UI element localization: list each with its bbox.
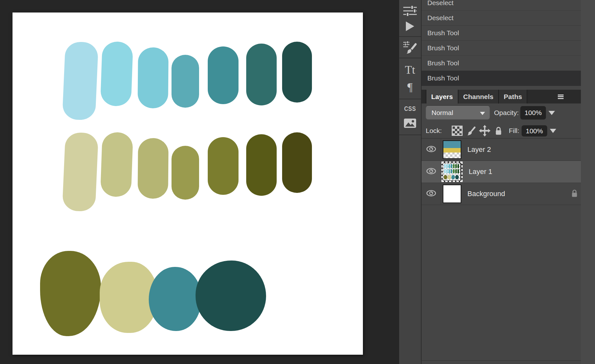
opacity-value[interactable]: 100%: [520, 106, 546, 120]
paragraph-icon[interactable]: ¶: [407, 81, 413, 93]
history-item[interactable]: Brush Tool: [422, 71, 581, 86]
brush-stroke: [282, 132, 312, 193]
brush-blob: [40, 251, 101, 336]
tab-paths[interactable]: Paths: [499, 90, 527, 103]
layer-thumbnail[interactable]: [443, 140, 461, 159]
divider: [422, 360, 581, 361]
opacity-label: Opacity:: [494, 109, 519, 117]
tool-strip-group: [399, 37, 421, 58]
selection-ants-border: [441, 161, 463, 182]
tool-strip-group: CSS: [399, 99, 421, 135]
history-item[interactable]: Deselect: [422, 0, 581, 11]
eye-icon: [426, 190, 436, 198]
panel-tab-bar: LayersChannelsPaths: [422, 90, 581, 103]
brush-stroke: [172, 146, 199, 200]
chevron-down-icon: [480, 112, 485, 115]
brush-stroke: [62, 132, 99, 212]
brush-stroke: [100, 132, 133, 197]
type-tool-icon[interactable]: Tt: [405, 64, 415, 76]
fill-label: Fill:: [509, 127, 519, 135]
brush-stroke: [138, 138, 169, 199]
brush-blob: [196, 261, 266, 331]
brush-stroke: [100, 41, 133, 106]
tool-strip-group: Tt¶: [399, 58, 421, 99]
brush-blob: [149, 267, 201, 331]
artboard-canvas[interactable]: [13, 12, 363, 355]
tool-strip-group: [399, 0, 421, 37]
brush-stroke: [208, 137, 239, 195]
fill-value[interactable]: 100%: [522, 125, 547, 136]
layer-name: Background: [467, 190, 505, 198]
brush-stroke: [138, 47, 169, 109]
lock-all-icon[interactable]: [495, 126, 502, 135]
blend-mode-value: Normal: [432, 109, 453, 116]
lock-row: Lock: Fill: 100%: [426, 125, 556, 136]
layer-visibility-toggle[interactable]: [422, 183, 441, 205]
eye-icon: [426, 168, 436, 176]
brush-settings-icon[interactable]: [403, 40, 417, 54]
history-item[interactable]: Deselect: [422, 11, 581, 26]
lock-transparency-icon[interactable]: [452, 126, 463, 136]
right-panel: DeselectDeselectBrush ToolBrush ToolBrus…: [422, 0, 595, 364]
brush-stroke: [246, 44, 277, 105]
tab-channels[interactable]: Channels: [458, 90, 499, 103]
lock-label: Lock:: [426, 127, 442, 135]
tab-layers[interactable]: Layers: [426, 90, 458, 103]
history-item[interactable]: Brush Tool: [422, 56, 581, 71]
layer-visibility-toggle[interactable]: [422, 139, 441, 161]
layer-row[interactable]: Background: [422, 183, 581, 205]
panel-content: DeselectDeselectBrush ToolBrush ToolBrus…: [422, 0, 581, 364]
history-item[interactable]: Brush Tool: [422, 26, 581, 41]
layer-row[interactable]: Layer 1: [422, 161, 581, 183]
fill-dropdown-icon[interactable]: [550, 129, 556, 133]
play-icon[interactable]: [406, 21, 414, 31]
lock-pixels-icon[interactable]: [466, 126, 476, 136]
image-icon[interactable]: [404, 118, 416, 128]
opacity-dropdown-icon[interactable]: [549, 111, 555, 115]
brush-stroke: [246, 134, 277, 196]
layer-name: Layer 2: [467, 145, 491, 154]
blend-mode-select[interactable]: Normal: [426, 106, 490, 120]
brush-stroke: [172, 55, 199, 108]
brush-stroke: [62, 41, 99, 120]
blend-options-row: Normal Opacity: 100%: [426, 106, 555, 120]
layer-thumbnail[interactable]: [443, 185, 461, 203]
layer-lock-icon: [571, 189, 578, 199]
panel-menu-icon[interactable]: [558, 94, 564, 100]
history-panel: DeselectDeselectBrush ToolBrush ToolBrus…: [422, 0, 581, 86]
brush-stroke: [282, 42, 312, 103]
css-icon[interactable]: CSS: [404, 106, 416, 112]
layer-visibility-toggle[interactable]: [422, 161, 441, 183]
lock-position-icon[interactable]: [479, 125, 491, 137]
eye-icon: [426, 145, 436, 154]
layer-name: Layer 1: [469, 168, 492, 176]
brush-stroke: [208, 46, 239, 104]
photo-editor-window: Tt¶CSS DeselectDeselectBrush ToolBrush T…: [0, 0, 595, 364]
layer-list: Layer 2Layer 1Background: [422, 139, 581, 205]
adjustments-icon[interactable]: [403, 5, 417, 17]
layer-row[interactable]: Layer 2: [422, 139, 581, 161]
layer-thumbnail[interactable]: [443, 163, 460, 180]
tool-strip: Tt¶CSS: [399, 0, 422, 364]
history-item[interactable]: Brush Tool: [422, 41, 581, 56]
